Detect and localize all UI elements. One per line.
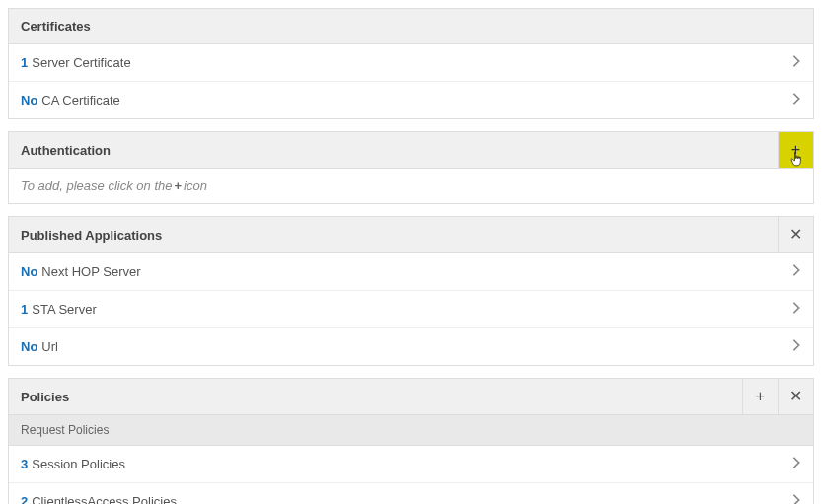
- policies-section: Policies + ✕ Request Policies 3 Session …: [8, 378, 814, 504]
- authentication-header: Authentication +: [9, 132, 813, 169]
- close-policies-button[interactable]: ✕: [778, 379, 813, 414]
- authentication-hint: To add, please click on the + icon: [9, 169, 813, 203]
- row-content: No Url: [21, 339, 58, 354]
- plus-icon: +: [791, 142, 800, 158]
- row-content: No Next HOP Server: [21, 264, 141, 279]
- policies-title: Policies: [9, 380, 81, 414]
- row-content: 3 Session Policies: [21, 457, 125, 471]
- published-apps-section: Published Applications ✕ No Next HOP Ser…: [8, 216, 814, 366]
- row-server-certificate[interactable]: 1 Server Certificate: [9, 44, 813, 82]
- certificates-section: Certificates 1 Server Certificate No CA …: [8, 8, 814, 119]
- row-count: 3: [21, 457, 28, 471]
- row-next-hop-server[interactable]: No Next HOP Server: [9, 253, 813, 291]
- policies-actions: + ✕: [742, 379, 813, 414]
- chevron-right-icon: [791, 92, 801, 108]
- row-content: 1 STA Server: [21, 302, 97, 317]
- add-policy-button[interactable]: +: [742, 379, 778, 414]
- close-icon: ✕: [789, 227, 802, 243]
- close-published-apps-button[interactable]: ✕: [778, 217, 813, 252]
- published-apps-header: Published Applications ✕: [9, 217, 813, 253]
- row-sta-server[interactable]: 1 STA Server: [9, 291, 813, 328]
- row-label: Next HOP Server: [41, 264, 140, 279]
- row-clientless-access-policies[interactable]: 2 ClientlessAccess Policies: [9, 483, 813, 504]
- row-url[interactable]: No Url: [9, 328, 813, 365]
- hint-text-post: icon: [184, 179, 207, 193]
- policies-subheader: Request Policies: [9, 415, 813, 446]
- plus-icon: +: [756, 389, 765, 404]
- chevron-right-icon: [791, 263, 801, 280]
- chevron-right-icon: [791, 54, 801, 71]
- row-label: CA Certificate: [41, 93, 119, 108]
- certificates-header: Certificates: [9, 9, 813, 44]
- authentication-title: Authentication: [9, 133, 122, 168]
- row-label: Session Policies: [32, 457, 125, 471]
- row-session-policies[interactable]: 3 Session Policies: [9, 446, 813, 483]
- row-count: No: [21, 93, 37, 108]
- row-label: Url: [41, 339, 58, 354]
- certificates-title: Certificates: [9, 9, 103, 43]
- chevron-right-icon: [791, 493, 801, 504]
- chevron-right-icon: [791, 456, 801, 472]
- row-content: No CA Certificate: [21, 93, 120, 108]
- row-label: ClientlessAccess Policies: [32, 494, 177, 504]
- add-authentication-button[interactable]: +: [778, 132, 813, 168]
- close-icon: ✕: [789, 389, 802, 404]
- row-content: 2 ClientlessAccess Policies: [21, 494, 177, 504]
- row-count: No: [21, 339, 37, 354]
- published-apps-actions: ✕: [778, 217, 813, 252]
- row-ca-certificate[interactable]: No CA Certificate: [9, 82, 813, 118]
- row-content: 1 Server Certificate: [21, 55, 131, 70]
- policies-header: Policies + ✕: [9, 379, 813, 415]
- row-count: No: [21, 264, 37, 279]
- row-label: STA Server: [32, 302, 97, 317]
- row-label: Server Certificate: [32, 55, 130, 70]
- plus-icon: +: [174, 179, 182, 193]
- authentication-actions: +: [778, 132, 813, 168]
- chevron-right-icon: [791, 301, 801, 318]
- row-count: 1: [21, 302, 28, 317]
- authentication-section: Authentication + To add, please click on…: [8, 131, 814, 204]
- hint-text-pre: To add, please click on the: [21, 179, 172, 193]
- published-apps-title: Published Applications: [9, 218, 174, 252]
- row-count: 1: [21, 55, 28, 70]
- row-count: 2: [21, 494, 28, 504]
- chevron-right-icon: [791, 338, 801, 355]
